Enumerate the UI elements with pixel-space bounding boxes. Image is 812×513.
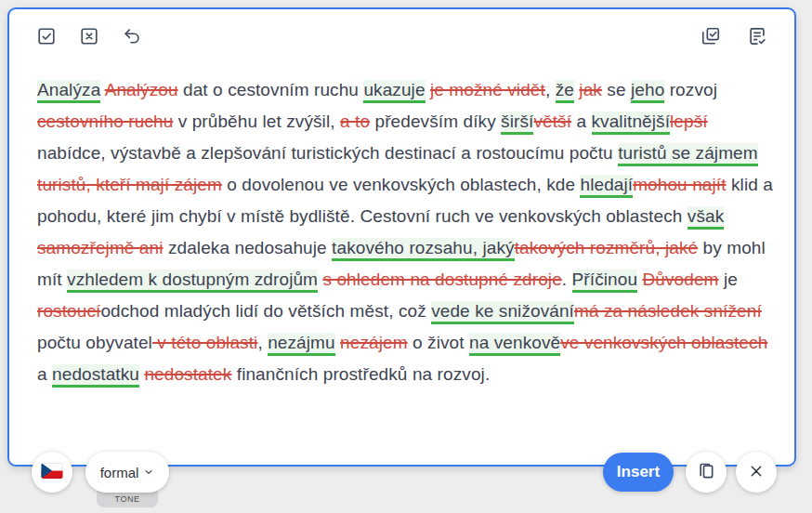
normal-text: dat o cestovním ruchu (178, 80, 364, 99)
deleted-text[interactable]: takových rozměrů, jaké (515, 238, 699, 257)
deleted-text[interactable]: nedostatek (144, 364, 231, 384)
normal-text: . (562, 270, 572, 289)
inserted-text[interactable]: kvalitnější (592, 112, 671, 135)
inserted-text[interactable]: nezájmu (268, 333, 335, 356)
deleted-text[interactable]: Analýzou (105, 80, 178, 99)
suggestion-card: Analýza Analýzou dat o cestovním ruchu u… (7, 7, 796, 467)
deleted-text[interactable]: rostoucí (37, 301, 100, 321)
tone-dropdown[interactable]: formal (85, 452, 169, 493)
deleted-text[interactable]: v této oblasti (152, 333, 257, 352)
inserted-text[interactable]: že (556, 80, 574, 103)
normal-text: počtu obyvatel (37, 333, 152, 352)
inserted-text[interactable]: takového rozsahu, jaký (332, 238, 515, 261)
normal-text: o život (408, 333, 469, 352)
inserted-text[interactable]: vzhledem k dostupným zdrojům (67, 270, 318, 293)
deleted-text[interactable]: mohou najít (633, 175, 726, 194)
deleted-text[interactable]: má za následek snížení (574, 301, 762, 321)
inserted-text[interactable]: hledají (580, 175, 633, 198)
normal-text: rozvoj (664, 80, 717, 99)
normal-text: , (545, 80, 556, 99)
deleted-text[interactable]: lepší (670, 112, 708, 131)
inserted-text[interactable]: na venkově (469, 333, 560, 356)
review-document-button[interactable] (746, 26, 768, 48)
normal-text: nabídce, výstavbě a zlepšování turistick… (37, 143, 618, 163)
tone-value: formal (100, 465, 139, 480)
toolbar-left-group (35, 26, 143, 48)
normal-text: především díky (370, 112, 501, 131)
normal-text: finančních prostředků na rozvoj. (231, 364, 490, 384)
deleted-text[interactable]: a to (340, 112, 370, 131)
inserted-text[interactable]: Příčinou (572, 270, 638, 293)
normal-text: odchod mladých lidí do větších měst, což (100, 301, 431, 321)
inserted-text[interactable]: však (688, 206, 724, 230)
edit-toolbar (35, 24, 768, 50)
deleted-text[interactable]: nezájem (340, 333, 408, 352)
normal-text: , (257, 333, 268, 352)
deleted-text[interactable]: je možné vidět (430, 80, 545, 99)
deleted-text[interactable]: větší (533, 112, 571, 131)
czech-flag-icon (41, 463, 63, 481)
normal-text: a (571, 112, 591, 131)
normal-text: se (602, 80, 631, 99)
normal-text: zdaleka nedosahuje (164, 238, 333, 257)
normal-text: je (719, 270, 738, 289)
copy-icon (697, 462, 715, 483)
toolbar-right-group (700, 26, 768, 48)
edited-text: Analýza Analýzou dat o cestovním ruchu u… (37, 74, 780, 390)
chevron-down-icon (143, 465, 154, 480)
inserted-text[interactable]: ukazuje (363, 80, 425, 103)
copy-check-icon (701, 26, 721, 49)
x-square-icon (79, 26, 99, 49)
document-check-icon (747, 26, 767, 49)
compare-changes-button[interactable] (700, 26, 722, 48)
deleted-text[interactable]: jak (579, 80, 602, 99)
deleted-text[interactable]: Důvodem (642, 270, 718, 289)
undo-button[interactable] (121, 26, 143, 48)
normal-text: v průběhu let zvýšil, (173, 112, 340, 131)
inserted-text[interactable]: Analýza (37, 80, 100, 103)
deleted-text[interactable]: ve venkovských oblastech (560, 333, 767, 352)
inserted-text[interactable]: vede ke snižování (431, 301, 574, 324)
insert-button[interactable]: Insert (603, 453, 674, 492)
inserted-text[interactable]: nedostatku (52, 364, 139, 388)
reject-all-button[interactable] (78, 26, 100, 48)
inserted-text[interactable]: širší (501, 112, 533, 135)
deleted-text[interactable]: turistů, kteří mají zájem (37, 175, 222, 194)
accept-all-button[interactable] (35, 26, 58, 48)
tone-selector: TONE formal (85, 452, 169, 507)
undo-icon (122, 26, 142, 49)
deleted-text[interactable]: cestovního ruchu (37, 112, 173, 131)
deleted-text[interactable]: s ohledem na dostupné zdroje (322, 270, 561, 289)
check-square-icon (36, 26, 57, 49)
inserted-text[interactable]: turistů se zájmem (618, 143, 758, 166)
copy-button[interactable] (686, 452, 727, 493)
language-button[interactable] (32, 452, 72, 493)
inserted-text[interactable]: jeho (631, 80, 664, 103)
normal-text: o dovolenou ve venkovských oblastech, kd… (222, 175, 581, 194)
deleted-text[interactable]: samozřejmě ani (37, 238, 164, 257)
close-icon (749, 464, 764, 481)
close-button[interactable] (736, 452, 777, 493)
normal-text: a (37, 364, 52, 384)
